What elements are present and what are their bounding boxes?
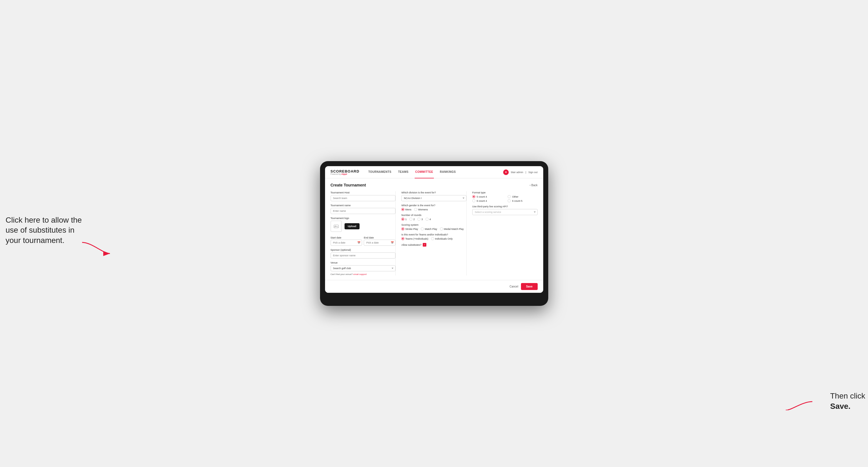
user-name: blair admin <box>511 171 523 174</box>
logo-area: SCOREBOARD Powered by clippd <box>331 169 360 175</box>
name-group: Tournament name <box>331 204 396 214</box>
scoring-api-select[interactable]: Select a scoring service <box>472 209 538 215</box>
scoring-api-group: Use third-party live scoring API? Select… <box>472 205 538 215</box>
format-other-radio[interactable] <box>507 195 511 198</box>
page-title: Create Tournament <box>331 183 366 187</box>
host-label: Tournament Host <box>331 191 396 194</box>
scoring-match[interactable]: Match Play <box>421 227 437 230</box>
annotation-left: Click here to allow the use of substitut… <box>6 215 84 246</box>
gender-womens[interactable]: Womens <box>414 208 428 211</box>
logo-powered: Powered by clippd <box>331 173 360 175</box>
rounds-1[interactable]: 1 <box>401 218 407 221</box>
host-input[interactable] <box>331 195 396 201</box>
venue-select[interactable]: Search golf club <box>331 265 396 271</box>
format-6count5[interactable]: 6 count 5 <box>507 199 537 202</box>
page-content: Create Tournament ‹ Back Tournament Host… <box>325 178 543 280</box>
page-footer: Cancel Save <box>325 280 543 293</box>
substitutes-checkbox[interactable]: ✓ <box>423 243 426 247</box>
date-row: Start date 📅 End date 📅 <box>331 235 396 246</box>
event-individuals[interactable]: Individuals Only <box>431 237 453 240</box>
host-group: Tournament Host <box>331 191 396 201</box>
event-individuals-radio[interactable] <box>431 237 434 240</box>
form-col-1: Tournament Host Tournament name Tourname… <box>331 191 396 276</box>
division-select[interactable]: NCAA Division I <box>401 195 466 201</box>
rounds-1-radio[interactable] <box>401 218 404 221</box>
gender-radio-group: Mens Womens <box>401 208 466 211</box>
substitutes-group: Allow substitutes? ✓ <box>401 243 466 247</box>
scoring-medal[interactable]: Medal Match Play <box>440 227 464 230</box>
scoring-system-label: Scoring system <box>401 223 466 226</box>
user-avatar: B <box>503 169 509 175</box>
gender-label: Which gender is the event for? <box>401 204 466 207</box>
upload-button[interactable]: Upload <box>344 223 360 229</box>
rounds-2-radio[interactable] <box>409 218 412 221</box>
rounds-3[interactable]: 3 <box>417 218 423 221</box>
save-button[interactable]: Save <box>521 283 537 290</box>
scoring-api-label: Use third-party live scoring API? <box>472 205 538 208</box>
venue-group: Venue Search golf club Can't find your v… <box>331 261 396 276</box>
nav-tournaments[interactable]: TOURNAMENTS <box>368 166 392 178</box>
end-date-label: End date <box>364 236 374 239</box>
logo-label: Tournament logo <box>331 217 396 220</box>
nav-rankings[interactable]: RANKINGS <box>439 166 456 178</box>
cancel-button[interactable]: Cancel <box>509 285 518 288</box>
top-nav: SCOREBOARD Powered by clippd TOURNAMENTS… <box>325 166 543 178</box>
start-cal-icon: 📅 <box>357 241 361 244</box>
gender-mens[interactable]: Mens <box>401 208 411 211</box>
rounds-4[interactable]: 4 <box>426 218 431 221</box>
rounds-4-radio[interactable] <box>426 218 429 221</box>
sponsor-input[interactable] <box>331 252 396 258</box>
format-5count4[interactable]: 5 count 4 <box>472 195 502 198</box>
signout-link[interactable]: Sign out <box>528 171 537 174</box>
format-5count4-radio[interactable] <box>472 195 475 198</box>
dates-group: Start date 📅 End date 📅 <box>331 235 396 246</box>
nav-committee[interactable]: COMMITTEE <box>415 166 434 178</box>
logo-clippd: clippd <box>341 173 347 175</box>
start-date-wrap: 📅 <box>331 240 362 246</box>
annotation-right: Then click Save. <box>830 391 865 411</box>
scoring-medal-radio[interactable] <box>440 227 443 230</box>
venue-email-link[interactable]: email support <box>353 273 367 276</box>
logo-group: Tournament logo Upload <box>331 217 396 232</box>
logo-placeholder <box>331 221 342 232</box>
rounds-group: Number of rounds 1 2 <box>401 214 466 221</box>
sponsor-group: Sponsor (optional) <box>331 249 396 258</box>
tablet-frame: SCOREBOARD Powered by clippd TOURNAMENTS… <box>320 161 548 306</box>
name-input[interactable] <box>331 208 396 214</box>
form-grid: Tournament Host Tournament name Tourname… <box>331 191 538 276</box>
scoring-match-radio[interactable] <box>421 227 424 230</box>
event-teams-radio[interactable] <box>401 237 404 240</box>
nav-items: TOURNAMENTS TEAMS COMMITTEE RANKINGS <box>368 166 503 178</box>
end-date-wrap: 📅 <box>364 240 396 246</box>
arrow-right-icon <box>786 399 814 413</box>
substitutes-wrap[interactable]: Allow substitutes? ✓ <box>401 243 466 247</box>
scoring-radio-group: Stroke Play Match Play Medal Match Play <box>401 227 466 230</box>
nav-right: B blair admin | Sign out <box>503 169 537 175</box>
page-header: Create Tournament ‹ Back <box>331 183 538 187</box>
scoring-system-group: Scoring system Stroke Play Match Play <box>401 223 466 230</box>
format-6count4-radio[interactable] <box>472 199 475 202</box>
format-6count4[interactable]: 6 count 4 <box>472 199 502 202</box>
nav-teams[interactable]: TEAMS <box>398 166 409 178</box>
event-type-label: Is this event for Teams and/or Individua… <box>401 233 466 236</box>
logo-scoreboard: SCOREBOARD <box>331 169 360 173</box>
rounds-2[interactable]: 2 <box>409 218 415 221</box>
back-link[interactable]: ‹ Back <box>530 184 537 187</box>
venue-note: Can't find your venue? email support <box>331 273 396 276</box>
format-other[interactable]: Other <box>507 195 537 198</box>
substitutes-label: Allow substitutes? <box>401 244 421 246</box>
scoring-stroke-radio[interactable] <box>401 227 404 230</box>
format-options-grid: 5 count 4 Other 6 count 4 <box>472 195 538 202</box>
event-type-radio-group: Teams (+Individuals) Individuals Only <box>401 237 466 240</box>
gender-mens-radio[interactable] <box>401 208 404 211</box>
rounds-label: Number of rounds <box>401 214 466 217</box>
rounds-3-radio[interactable] <box>417 218 421 221</box>
arrow-left-icon <box>81 240 111 256</box>
rounds-radio-group: 1 2 3 4 <box>401 218 466 221</box>
event-teams[interactable]: Teams (+Individuals) <box>401 237 428 240</box>
nav-separator: | <box>525 171 526 174</box>
scoring-stroke[interactable]: Stroke Play <box>401 227 418 230</box>
format-6count5-radio[interactable] <box>507 199 511 202</box>
gender-womens-radio[interactable] <box>414 208 417 211</box>
form-col-2: Which division is the event for? NCAA Di… <box>401 191 467 276</box>
